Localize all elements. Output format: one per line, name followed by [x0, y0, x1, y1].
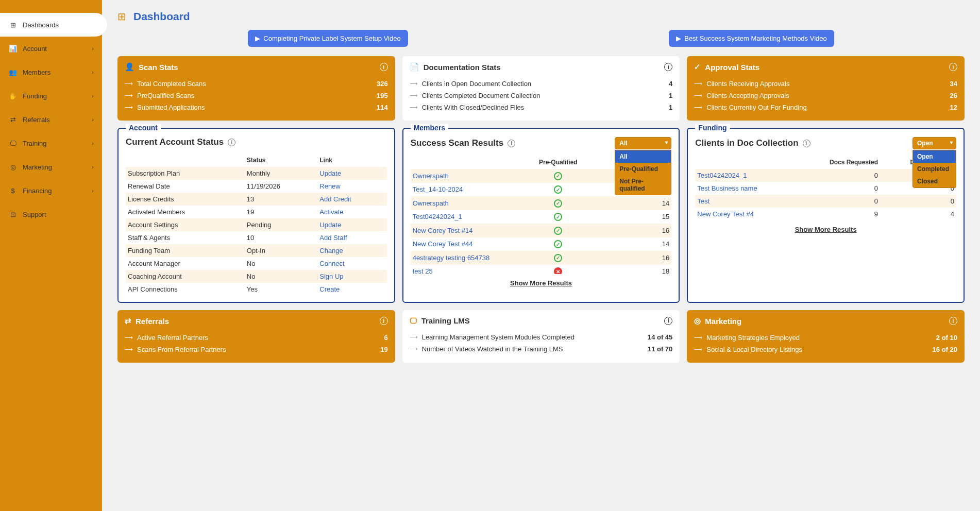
stat-row: ⟶Clients Currently Out For Funding12 [694, 101, 957, 113]
setup-video-button[interactable]: ▶Completing Private Label System Setup V… [248, 30, 408, 47]
funding-filter-select[interactable]: Open [913, 137, 956, 149]
target-icon: ◎ [694, 316, 701, 326]
action-link[interactable]: Sign Up [319, 272, 343, 280]
sidebar-item-training[interactable]: 🖵Training› [0, 131, 102, 155]
sidebar-item-funding[interactable]: ✋Funding› [0, 84, 102, 108]
check-icon [554, 172, 562, 180]
member-link[interactable]: Ownerspath [413, 172, 449, 180]
client-link[interactable]: Test [697, 197, 709, 205]
action-link[interactable]: Change [319, 247, 343, 254]
check-icon [554, 199, 562, 208]
dropdown-option[interactable]: Not Pre-qualified [615, 175, 671, 195]
action-link[interactable]: Update [319, 221, 341, 229]
sidebar-item-marketing[interactable]: ◎Marketing› [0, 155, 102, 179]
dropdown-option[interactable]: Closed [913, 175, 956, 188]
table-row: New Corey Test #4414 [411, 237, 672, 251]
member-link[interactable]: Ownerspath [413, 199, 449, 207]
arrow-icon: ⟶ [125, 104, 133, 111]
members-filter-dropdown: AllPre-QualifiedNot Pre-qualified [615, 150, 671, 195]
hand-icon: ✋ [8, 91, 18, 100]
client-link[interactable]: New Corey Test #4 [697, 210, 754, 218]
action-link[interactable]: Add Staff [319, 234, 347, 242]
play-icon: ▶ [676, 35, 681, 42]
table-row: 4estrategy testing 65473816 [411, 251, 672, 265]
member-link[interactable]: Test_14-10-2024 [413, 185, 463, 193]
check-icon [554, 227, 562, 235]
member-link[interactable]: New Corey Test #14 [413, 227, 473, 234]
member-link[interactable]: 4estrategy testing 654738 [413, 254, 490, 262]
member-link[interactable]: New Corey Test #44 [413, 240, 473, 248]
person-icon: 👤 [125, 62, 134, 72]
show-more-link[interactable]: Show More Results [695, 226, 956, 233]
info-icon[interactable]: i [803, 140, 810, 147]
panel-tag: Funding [695, 124, 730, 132]
action-link[interactable]: Connect [319, 260, 344, 267]
sidebar-item-label: Members [23, 69, 50, 76]
action-link[interactable]: Add Credit [319, 195, 351, 203]
funding-filter-dropdown: OpenCompletedClosed [913, 150, 956, 188]
info-icon[interactable]: i [380, 317, 388, 325]
sidebar-item-label: Support [23, 211, 46, 218]
members-filter-select[interactable]: All [615, 137, 671, 149]
training-card: 🖵Training LMSi ⟶Learning Management Syst… [402, 310, 680, 363]
grid-icon: ⊞ [8, 20, 18, 29]
arrow-icon: ⟶ [125, 334, 133, 341]
action-link[interactable]: Create [319, 285, 340, 293]
member-link[interactable]: test 25 [413, 267, 433, 274]
stat-row: ⟶Total Completed Scans326 [125, 78, 388, 90]
stat-row: ⟶Clients Completed Document Collection1 [410, 90, 673, 101]
table-row: Coaching AccountNoSign Up [126, 270, 387, 283]
sidebar-item-label: Training [23, 140, 46, 147]
info-icon[interactable]: i [664, 63, 672, 71]
arrow-icon: ⟶ [125, 346, 133, 353]
monitor-icon: 🖵 [410, 316, 417, 325]
stat-row: ⟶PreQualified Scans195 [125, 90, 388, 101]
info-icon[interactable]: i [380, 63, 388, 71]
dashboard-grid-icon: ⊞ [117, 10, 126, 23]
grid2-icon: ⊡ [8, 210, 18, 219]
account-panel: Account Current Account Statusi StatusLi… [117, 128, 395, 303]
monitor-icon: 🖵 [8, 139, 18, 148]
table-row: Account ManagerNoConnect [126, 257, 387, 270]
sidebar-item-account[interactable]: 📊Account› [0, 37, 102, 60]
dropdown-option[interactable]: All [615, 150, 671, 163]
chevron-right-icon: › [92, 93, 94, 99]
dropdown-option[interactable]: Open [913, 150, 956, 163]
table-row: New Corey Test #1416 [411, 224, 672, 237]
sidebar-item-support[interactable]: ⊡Support [0, 202, 102, 226]
dropdown-option[interactable]: Pre-Qualified [615, 163, 671, 175]
client-link[interactable]: Test Business name [697, 184, 757, 192]
doc-icon: 📄 [410, 62, 419, 72]
action-link[interactable]: Renew [319, 182, 340, 190]
table-row: Test04242024_115 [411, 210, 672, 224]
sidebar-item-financing[interactable]: $Financing› [0, 179, 102, 202]
sidebar-item-referrals[interactable]: ⇄Referrals› [0, 108, 102, 131]
stat-row: ⟶Clients in Open Document Collection4 [410, 78, 673, 90]
table-row: New Corey Test #494 [695, 208, 956, 220]
action-link[interactable]: Activate [319, 208, 343, 216]
check-icon [554, 240, 562, 248]
check-icon: ✓ [694, 62, 701, 72]
table-row: License Credits13Add Credit [126, 193, 387, 206]
page-header: ⊞ Dashboard [117, 10, 965, 23]
info-icon[interactable]: i [508, 140, 515, 147]
stat-row: ⟶Clients With Closed/Declined Files1 [410, 101, 673, 113]
info-icon[interactable]: i [228, 139, 235, 146]
sidebar-item-members[interactable]: 👥Members› [0, 60, 102, 84]
sidebar-item-dashboards[interactable]: ⊞Dashboards [0, 13, 107, 37]
stat-row: ⟶Scans From Referral Partners19 [125, 344, 388, 355]
marketing-video-button[interactable]: ▶Best Success System Marketing Methods V… [669, 30, 834, 47]
member-link[interactable]: Test04242024_1 [413, 213, 462, 220]
info-icon[interactable]: i [949, 63, 957, 71]
info-icon[interactable]: i [949, 317, 957, 325]
client-link[interactable]: Test04242024_1 [697, 172, 747, 179]
dropdown-option[interactable]: Completed [913, 163, 956, 175]
funding-panel: Funding Clients in Doc Collection i Open… [687, 128, 965, 303]
show-more-link[interactable]: Show More Results [411, 279, 672, 287]
info-icon[interactable]: i [664, 317, 672, 325]
check-icon [554, 185, 562, 194]
stat-row: ⟶Submitted Applications114 [125, 101, 388, 113]
approval-stats-card: ✓Approval Statsi ⟶Clients Receiving Appr… [687, 56, 965, 121]
action-link[interactable]: Update [319, 169, 341, 177]
chevron-right-icon: › [92, 140, 94, 146]
